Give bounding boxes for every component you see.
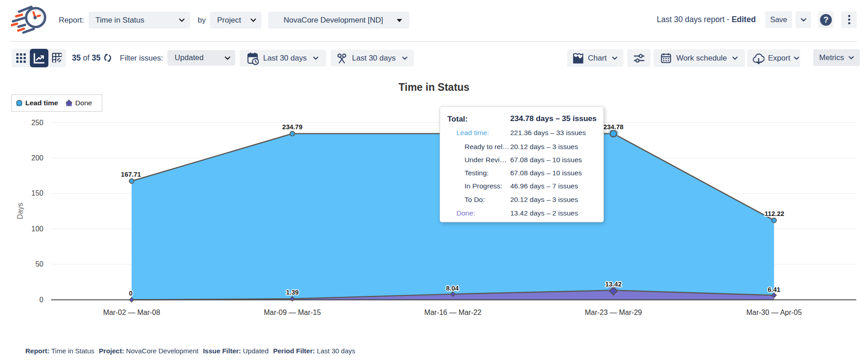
svg-text:Mar-02 — Mar-08: Mar-02 — Mar-08	[103, 309, 160, 316]
svg-text:100: 100	[31, 225, 43, 233]
svg-text:Mar-16 — Mar-22: Mar-16 — Mar-22	[424, 309, 481, 316]
svg-text:234.78: 234.78	[603, 123, 623, 131]
svg-text:112.22: 112.22	[764, 210, 784, 217]
svg-text:250: 250	[31, 119, 43, 127]
svg-text:Days: Days	[16, 203, 24, 219]
svg-text:200: 200	[31, 154, 43, 162]
svg-text:Mar-09 — Mar-15: Mar-09 — Mar-15	[264, 309, 321, 316]
svg-text:8.04: 8.04	[446, 285, 459, 292]
svg-text:1.39: 1.39	[286, 289, 299, 296]
svg-text:50: 50	[35, 260, 43, 268]
svg-text:0: 0	[39, 296, 43, 304]
svg-text:234.79: 234.79	[282, 123, 302, 131]
svg-text:Mar-30 — Apr-05: Mar-30 — Apr-05	[746, 309, 802, 316]
svg-text:167.71: 167.71	[121, 171, 141, 178]
svg-text:13.42: 13.42	[605, 281, 621, 288]
svg-text:Mar-23 — Mar-29: Mar-23 — Mar-29	[585, 309, 642, 316]
svg-text:150: 150	[31, 189, 43, 197]
svg-text:0: 0	[129, 290, 133, 297]
svg-text:6.41: 6.41	[768, 286, 780, 293]
